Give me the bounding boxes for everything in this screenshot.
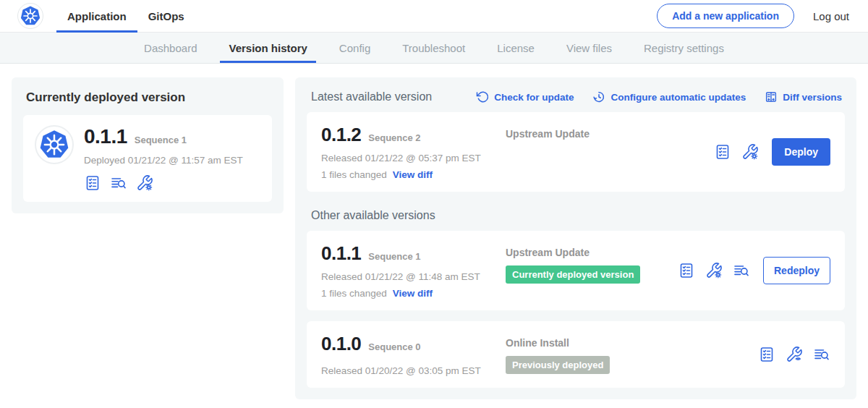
view-diff-link[interactable]: View diff (393, 288, 433, 299)
view-diff-link[interactable]: View diff (393, 169, 433, 180)
released-timestamp: Released 01/20/22 @ 03:05 pm EST (321, 365, 506, 376)
previously-deployed-badge: Previously deployed (506, 356, 610, 374)
released-timestamp: Released 01/21/22 @ 05:37 pm EST (321, 153, 506, 163)
deployed-version-info: 0.1.1 Sequence 1 Deployed 01/21/22 @ 11:… (84, 125, 243, 192)
subnav-tab-view-files[interactable]: View files (550, 33, 628, 63)
diff-versions-label: Diff versions (783, 92, 842, 103)
redeploy-button[interactable]: Redeploy (763, 257, 830, 284)
deployed-version-card: 0.1.1 Sequence 1 Deployed 01/21/22 @ 11:… (23, 115, 272, 202)
version-source-label: Upstream Update (506, 128, 714, 140)
version-source-label: Upstream Update (506, 247, 678, 258)
deployed-version-number: 0.1.1 (84, 125, 127, 148)
currently-deployed-badge: Currently deployed version (506, 265, 640, 284)
version-number: 0.1.2 (321, 124, 361, 146)
config-view-icon[interactable] (786, 346, 803, 363)
config-gear-icon[interactable] (705, 262, 723, 279)
subnav-tab-troubleshoot[interactable]: Troubleshoot (386, 33, 481, 63)
version-source-label: Online Install (506, 337, 758, 349)
currently-deployed-panel: Currently deployed version 0.1.1 (12, 77, 284, 213)
preflight-checks-icon[interactable] (678, 262, 695, 279)
other-available-title: Other available versions (311, 209, 841, 222)
version-card-0-1-1: 0.1.1 Sequence 1 Released 01/21/22 @ 11:… (307, 231, 845, 310)
config-gear-icon[interactable] (136, 174, 153, 192)
diff-icon (765, 90, 778, 103)
subnav-tab-dashboard[interactable]: Dashboard (128, 33, 213, 63)
available-versions-panel: Latest available version Check for updat… (295, 77, 856, 399)
deploy-logs-icon[interactable] (733, 262, 750, 279)
app-logo (35, 125, 74, 164)
diff-versions-link[interactable]: Diff versions (765, 90, 842, 103)
files-changed-label: 1 files changed (321, 288, 387, 299)
kubernetes-logo-icon (18, 4, 43, 28)
sequence-label: Sequence 1 (368, 251, 420, 262)
check-for-update-label: Check for update (494, 92, 574, 103)
version-number: 0.1.1 (321, 242, 361, 265)
released-timestamp: Released 01/21/22 @ 11:48 am EST (321, 271, 506, 282)
subnav-tab-license[interactable]: License (481, 33, 550, 63)
latest-available-title: Latest available version (311, 90, 432, 103)
version-card-0-1-2: 0.1.2 Sequence 2 Released 01/21/22 @ 05:… (307, 112, 845, 192)
subnav-tab-registry-settings[interactable]: Registry settings (628, 33, 740, 63)
refresh-icon (476, 90, 489, 103)
kubernetes-logo-icon (36, 127, 72, 163)
version-history-page: Currently deployed version 0.1.1 (0, 64, 868, 408)
kubernetes-logo (17, 3, 43, 29)
schedule-icon (592, 90, 605, 103)
tab-application[interactable]: Application (56, 0, 137, 32)
deploy-logs-icon[interactable] (813, 346, 830, 363)
version-number: 0.1.0 (321, 333, 361, 355)
add-application-button[interactable]: Add a new application (657, 4, 794, 28)
preflight-checks-icon[interactable] (714, 143, 731, 161)
config-gear-icon[interactable] (741, 143, 759, 161)
deployed-panel-title: Currently deployed version (26, 90, 271, 105)
deployed-timestamp: Deployed 01/21/22 @ 11:57 am EST (84, 155, 243, 166)
logout-button[interactable]: Log out (813, 10, 849, 22)
check-for-update-link[interactable]: Check for update (476, 90, 574, 103)
subnav-tab-config[interactable]: Config (323, 33, 386, 63)
preflight-checks-icon[interactable] (758, 346, 775, 363)
configure-automatic-updates-link[interactable]: Configure automatic updates (592, 90, 746, 103)
tab-gitops[interactable]: GitOps (137, 0, 195, 32)
top-navbar: Application GitOps Add a new application… (0, 0, 868, 33)
subnav-tab-version-history[interactable]: Version history (213, 33, 323, 63)
preflight-checks-icon[interactable] (84, 174, 101, 192)
version-card-0-1-0: 0.1.0 Sequence 0 Released 01/20/22 @ 03:… (307, 321, 845, 388)
deploy-button[interactable]: Deploy (772, 138, 830, 166)
sequence-label: Sequence 0 (368, 341, 420, 352)
topbar-spacer (195, 0, 657, 32)
app-subnav: Dashboard Version history Config Trouble… (0, 33, 868, 64)
sequence-label: Sequence 2 (368, 132, 420, 143)
deploy-logs-icon[interactable] (110, 174, 127, 192)
deployed-sequence-label: Sequence 1 (135, 135, 187, 145)
configure-automatic-updates-label: Configure automatic updates (610, 92, 746, 103)
files-changed-label: 1 files changed (321, 169, 387, 180)
